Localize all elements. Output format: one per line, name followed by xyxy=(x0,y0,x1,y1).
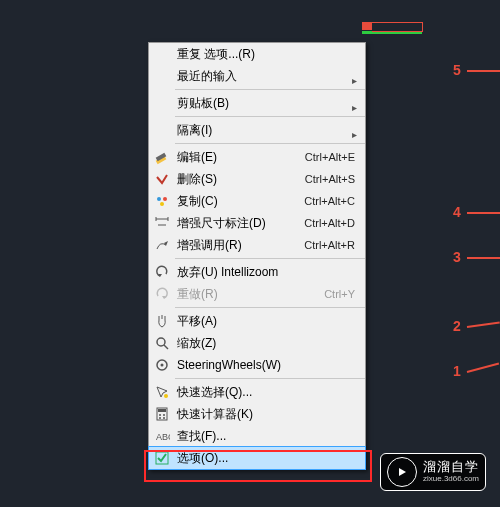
menu-find[interactable]: ABC 查找(F)... xyxy=(149,425,365,447)
annotation-4: 4 xyxy=(453,204,461,220)
svg-point-5 xyxy=(157,338,165,346)
svg-point-2 xyxy=(157,197,161,201)
menu-label: 选项(O)... xyxy=(175,447,365,469)
badge-title: 溜溜自学 xyxy=(423,460,479,474)
menu-shortcut: Ctrl+Alt+C xyxy=(304,190,365,212)
menu-label: 查找(F)... xyxy=(175,425,365,447)
edit-icon xyxy=(149,149,175,165)
cad-canvas[interactable]: 5 4 3 2 1 重复 选项...(R) 最近的输入 ▸ 剪贴板(B) ▸ 隔… xyxy=(0,0,500,507)
menu-pan[interactable]: 平移(A) xyxy=(149,310,365,332)
dimension-icon xyxy=(149,215,175,231)
menu-label: 删除(S) xyxy=(175,168,305,190)
svg-point-4 xyxy=(160,202,164,206)
find-icon: ABC xyxy=(149,428,175,444)
menu-label: 最近的输入 xyxy=(175,65,365,87)
steeringwheels-icon xyxy=(149,357,175,373)
menu-quick-calc[interactable]: 快速计算器(K) xyxy=(149,403,365,425)
delete-icon xyxy=(149,171,175,187)
menu-shortcut: Ctrl+Alt+S xyxy=(305,168,365,190)
menu-label: SteeringWheels(W) xyxy=(175,354,365,376)
menu-enhanced-adjust[interactable]: 增强调用(R) Ctrl+Alt+R xyxy=(149,234,365,256)
menu-options[interactable]: 选项(O)... xyxy=(148,446,366,470)
menu-redo: 重做(R) Ctrl+Y xyxy=(149,283,365,305)
adjust-icon xyxy=(149,237,175,253)
menu-shortcut: Ctrl+Alt+R xyxy=(304,234,365,256)
annotation-1: 1 xyxy=(453,363,461,379)
context-menu: 重复 选项...(R) 最近的输入 ▸ 剪贴板(B) ▸ 隔离(I) ▸ 编辑(… xyxy=(148,42,366,470)
svg-point-15 xyxy=(163,417,165,419)
menu-separator xyxy=(175,258,365,259)
menu-label: 平移(A) xyxy=(175,310,365,332)
quick-select-icon xyxy=(149,384,175,400)
pan-icon xyxy=(149,313,175,329)
menu-label: 快速计算器(K) xyxy=(175,403,365,425)
annotation-2: 2 xyxy=(453,318,461,334)
menu-label: 重做(R) xyxy=(175,283,324,305)
zoom-icon xyxy=(149,335,175,351)
menu-separator xyxy=(175,378,365,379)
svg-point-3 xyxy=(163,197,167,201)
submenu-arrow-icon: ▸ xyxy=(352,97,357,119)
copy-icon xyxy=(149,193,175,209)
svg-point-12 xyxy=(159,414,161,416)
menu-recent-input[interactable]: 最近的输入 ▸ xyxy=(149,65,365,87)
annotation-5-line xyxy=(467,70,500,72)
menu-separator xyxy=(175,307,365,308)
menu-label: 复制(C) xyxy=(175,190,304,212)
calculator-icon xyxy=(149,406,175,422)
menu-label: 编辑(E) xyxy=(175,146,305,168)
menu-label: 重复 选项...(R) xyxy=(175,43,365,65)
menu-label: 放弃(U) Intellizoom xyxy=(175,261,365,283)
menu-label: 剪贴板(B) xyxy=(175,92,365,114)
options-icon xyxy=(149,450,175,466)
menu-zoom[interactable]: 缩放(Z) xyxy=(149,332,365,354)
drawing-gizmo xyxy=(362,22,422,36)
menu-shortcut: Ctrl+Y xyxy=(324,283,365,305)
menu-isolate[interactable]: 隔离(I) ▸ xyxy=(149,119,365,141)
menu-undo[interactable]: 放弃(U) Intellizoom xyxy=(149,261,365,283)
menu-clipboard[interactable]: 剪贴板(B) ▸ xyxy=(149,92,365,114)
menu-label: 快速选择(Q)... xyxy=(175,381,365,403)
menu-label: 缩放(Z) xyxy=(175,332,365,354)
menu-copy[interactable]: 复制(C) Ctrl+Alt+C xyxy=(149,190,365,212)
menu-separator xyxy=(175,89,365,90)
menu-edit[interactable]: 编辑(E) Ctrl+Alt+E xyxy=(149,146,365,168)
menu-label: 隔离(I) xyxy=(175,119,365,141)
annotation-5: 5 xyxy=(453,62,461,78)
menu-separator xyxy=(175,116,365,117)
menu-repeat[interactable]: 重复 选项...(R) xyxy=(149,43,365,65)
watermark-badge: 溜溜自学 zixue.3d66.com xyxy=(380,453,486,491)
menu-enhanced-dim[interactable]: 增强尺寸标注(D) Ctrl+Alt+D xyxy=(149,212,365,234)
annotation-1-line xyxy=(467,362,499,372)
svg-rect-11 xyxy=(158,409,166,412)
annotation-2-line xyxy=(467,321,500,328)
menu-shortcut: Ctrl+Alt+E xyxy=(305,146,365,168)
menu-label: 增强尺寸标注(D) xyxy=(175,212,304,234)
play-icon xyxy=(387,457,417,487)
menu-delete[interactable]: 删除(S) Ctrl+Alt+S xyxy=(149,168,365,190)
badge-sub: zixue.3d66.com xyxy=(423,475,479,484)
menu-label: 增强调用(R) xyxy=(175,234,304,256)
svg-point-13 xyxy=(163,414,165,416)
annotation-3: 3 xyxy=(453,249,461,265)
svg-point-8 xyxy=(161,364,164,367)
submenu-arrow-icon: ▸ xyxy=(352,124,357,146)
svg-point-9 xyxy=(164,394,168,398)
menu-quick-select[interactable]: 快速选择(Q)... xyxy=(149,381,365,403)
menu-separator xyxy=(175,143,365,144)
menu-shortcut: Ctrl+Alt+D xyxy=(304,212,365,234)
annotation-3-line xyxy=(467,257,500,259)
menu-steeringwheels[interactable]: SteeringWheels(W) xyxy=(149,354,365,376)
annotation-4-line xyxy=(467,212,500,214)
svg-point-14 xyxy=(159,417,161,419)
redo-icon xyxy=(149,286,175,302)
svg-text:ABC: ABC xyxy=(156,432,170,442)
svg-line-6 xyxy=(164,345,168,349)
undo-icon xyxy=(149,264,175,280)
submenu-arrow-icon: ▸ xyxy=(352,70,357,92)
